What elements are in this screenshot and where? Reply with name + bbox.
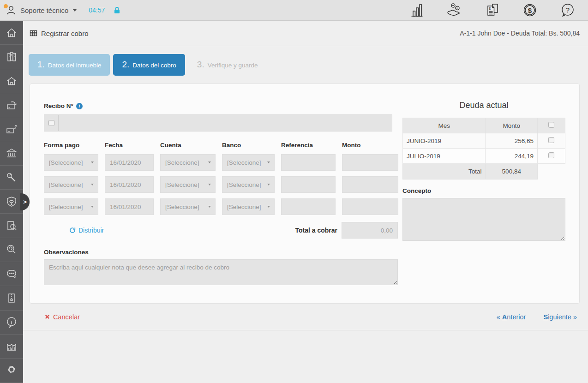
table-icon [30,30,37,37]
monto-input-2[interactable] [342,176,398,193]
debt-check-cell [538,133,565,149]
total-a-cobrar-input[interactable]: 0,00 [342,222,398,239]
debt-row-2: JULIO-2019 244,19 [403,149,565,164]
fecha-label: Fecha [105,142,154,149]
observaciones-textarea[interactable] [44,259,398,285]
forma-pago-select-3[interactable]: [Seleccione] [44,198,98,215]
total-a-cobrar-label: Total a cobrar [295,227,337,234]
siguiente-button[interactable]: Siguiente » [543,313,577,321]
sidebar-item-tools[interactable] [0,166,23,190]
session-timer: 04:57 [89,6,105,14]
sidebar: > [0,21,23,383]
sidebar-item-inspection-search[interactable] [0,238,23,262]
banco-select-1[interactable]: [Seleccione] [222,154,275,171]
select-caret-icon [208,206,211,208]
recibo-auto-checkbox[interactable] [48,120,54,126]
cuenta-select-2[interactable]: [Seleccione] [160,176,216,193]
svg-text:$: $ [528,6,532,14]
referencia-input-3[interactable] [281,198,336,215]
recibo-label: Recibo N° [44,102,73,109]
form-panel: Recibo N° Forma pago Fecha Cuenta Banco … [30,84,580,304]
debt-title: Deuda actual [402,101,565,110]
fecha-input-1[interactable]: 16/01/2020 [105,154,154,171]
debt-total-row: Total 500,84 [403,164,565,180]
concepto-label: Concepto [402,187,565,194]
debt-mes-cell: JUNIO-2019 [403,133,486,149]
anterior-button[interactable]: « Anterior [497,313,526,321]
cuenta-select-3[interactable]: [Seleccione] [160,198,216,215]
forma-pago-select-2[interactable]: [Seleccione] [44,176,98,193]
debt-col-mes: Mes [403,118,486,133]
bank-icon [5,147,18,160]
debt-col-monto: Monto [486,118,538,133]
cancelar-button[interactable]: Cancelar [45,313,80,321]
monto-label: Monto [342,142,398,149]
banco-select-3[interactable]: [Seleccione] [222,198,275,215]
page-title-text: Registrar cobro [41,30,89,37]
payment-grid: Forma pago Fecha Cuenta Banco Referencia… [44,142,398,215]
select-caret-icon [267,162,270,163]
sidebar-item-property[interactable] [0,69,23,93]
forma-pago-select-1[interactable]: [Seleccione] [44,154,98,171]
monto-input-3[interactable] [342,198,398,215]
lock-icon[interactable] [114,6,120,14]
user-menu[interactable]: Soporte técnico [6,5,77,15]
sidebar-item-audit-search[interactable] [0,214,23,238]
concepto-textarea[interactable] [402,198,565,241]
fecha-input-2[interactable]: 16/01/2020 [105,176,154,193]
debt-row-checkbox-2[interactable] [548,152,554,158]
debt-mes-cell: JULIO-2019 [403,149,486,164]
select-caret-icon [91,184,94,186]
monto-input-1[interactable] [342,154,398,171]
footer-divider [23,330,588,330]
debt-monto-cell: 244,19 [486,149,538,164]
prev-arrow: « [497,313,500,321]
wizard-step-3[interactable]: 3. Verifique y guarde [188,54,267,76]
sidebar-item-directory[interactable] [0,45,23,69]
sidebar-item-info[interactable] [0,311,23,335]
sidebar-item-reports[interactable] [0,335,23,359]
wallet-in-icon [5,99,18,112]
select-caret-icon [91,162,94,163]
referencia-input-1[interactable] [281,154,336,171]
debt-total-value: 500,84 [486,164,538,180]
svg-text:?: ? [566,6,570,14]
help-icon[interactable]: ? [559,2,576,18]
sidebar-item-income-wallet[interactable] [0,93,23,117]
sidebar-item-security[interactable]: > [0,190,23,214]
banco-select-2[interactable]: [Seleccione] [222,176,275,193]
next-arrow: » [573,313,577,321]
distribuir-link[interactable]: Distribuir [69,227,104,234]
gear-icon [5,364,18,377]
recibo-number-input[interactable] [59,115,392,131]
sidebar-item-settings[interactable] [0,359,23,383]
fecha-input-3[interactable]: 16/01/2020 [105,198,154,215]
stats-icon[interactable] [408,2,425,18]
sidebar-item-home[interactable] [0,21,23,45]
coin-dollar-icon[interactable]: $ [521,2,539,18]
select-caret-icon [208,162,211,163]
receipts-icon[interactable]: $ [483,2,501,18]
user-label: Soporte técnico [20,6,68,14]
wizard-step-1[interactable]: 1. Datos del inmueble [29,54,110,76]
main-content: Registrar cobro A-1-1 John Doe - Deuda T… [23,21,588,383]
select-caret-icon [267,206,270,208]
cuenta-label: Cuenta [160,142,216,149]
sidebar-item-chat[interactable] [0,262,23,286]
page-title: Registrar cobro [30,30,89,37]
sidebar-item-expense-wallet[interactable] [0,117,23,141]
select-caret-icon [208,184,211,186]
sidebar-item-archive[interactable] [0,286,23,310]
hand-coins-icon[interactable] [445,2,463,18]
debt-row-1: JUNIO-2019 256,65 [403,133,565,149]
referencia-input-2[interactable] [281,176,336,193]
debt-select-all-checkbox[interactable] [548,122,554,128]
zip-archive-icon [5,292,18,305]
wrench-icon [5,171,18,184]
cuenta-select-1[interactable]: [Seleccione] [160,154,216,171]
sidebar-item-bank[interactable] [0,141,23,165]
debt-table: Mes Monto JUNIO-2019 256,65 JULIO-2019 2… [402,118,565,180]
wizard-step-2[interactable]: 2. Datos del cobro [113,54,185,76]
debt-row-checkbox-1[interactable] [548,137,554,143]
info-icon[interactable] [76,103,83,109]
